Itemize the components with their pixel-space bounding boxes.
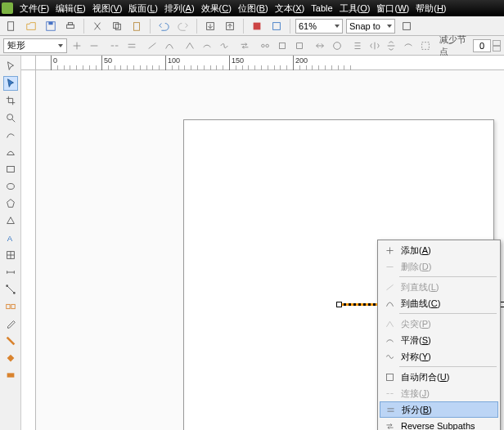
svg-rect-3 bbox=[67, 25, 74, 28]
rectangle-tool[interactable] bbox=[3, 162, 18, 177]
svg-point-24 bbox=[13, 292, 16, 294]
reverse-icon[interactable] bbox=[237, 38, 251, 54]
export-icon[interactable] bbox=[222, 18, 238, 34]
ruler-horizontal: 050100150200 bbox=[36, 56, 504, 70]
svg-rect-28 bbox=[386, 374, 393, 380]
ctx-label: 连接(J) bbox=[401, 387, 495, 400]
freehand-tool[interactable] bbox=[3, 128, 18, 142]
ctx-rev[interactable]: Reverse Subpaths bbox=[380, 418, 498, 430]
menu-文件[interactable]: 文件(F) bbox=[20, 2, 49, 15]
pick-tool[interactable] bbox=[3, 59, 18, 74]
menu-工具[interactable]: 工具(O) bbox=[340, 2, 371, 15]
redo-icon[interactable] bbox=[175, 18, 191, 34]
close-curve-icon[interactable] bbox=[292, 38, 306, 54]
ctx-curve[interactable]: 到曲线(C) bbox=[380, 295, 498, 311]
open-icon[interactable] bbox=[23, 18, 39, 34]
zoom-select[interactable]: 61% bbox=[295, 19, 343, 34]
crop-tool[interactable] bbox=[3, 93, 18, 108]
smart-fill-tool[interactable] bbox=[3, 145, 18, 159]
dimension-tool[interactable] bbox=[3, 265, 18, 280]
menu-文本[interactable]: 文本(X) bbox=[275, 2, 305, 15]
to-line-icon[interactable] bbox=[146, 38, 160, 54]
add-node-icon[interactable] bbox=[70, 38, 84, 54]
ctx-symm[interactable]: 对称(Y) bbox=[380, 348, 498, 365]
fill-tool[interactable] bbox=[3, 351, 18, 365]
line-icon bbox=[383, 280, 396, 293]
ctx-label: 到曲线(C) bbox=[401, 298, 495, 310]
paste-icon[interactable] bbox=[128, 18, 145, 34]
welcome-icon[interactable] bbox=[268, 18, 285, 34]
options-icon[interactable] bbox=[398, 18, 415, 34]
extend-icon[interactable] bbox=[258, 38, 272, 54]
menu-视图[interactable]: 视图(V) bbox=[92, 2, 123, 15]
rotate-icon[interactable] bbox=[330, 38, 344, 54]
standard-toolbar: 61% Snap to bbox=[0, 16, 504, 36]
copy-icon[interactable] bbox=[109, 18, 125, 34]
ctx-break[interactable]: 拆分(B) bbox=[380, 401, 498, 418]
menu-效果[interactable]: 效果(C) bbox=[201, 2, 232, 15]
import-icon[interactable] bbox=[202, 18, 218, 34]
smooth-icon[interactable] bbox=[200, 38, 214, 54]
chevron-down-icon bbox=[335, 25, 340, 28]
connector-tool[interactable] bbox=[3, 282, 18, 297]
svg-rect-26 bbox=[11, 304, 14, 308]
interactive-fill-tool[interactable] bbox=[3, 368, 18, 383]
svg-rect-27 bbox=[7, 373, 14, 377]
delete-node-icon[interactable] bbox=[88, 38, 101, 54]
text-tool[interactable]: A bbox=[3, 231, 18, 245]
reflect-v-icon[interactable] bbox=[385, 38, 398, 54]
ctx-minus: 删除(D) bbox=[380, 258, 498, 275]
ellipse-tool[interactable] bbox=[3, 179, 18, 194]
svg-point-16 bbox=[333, 42, 340, 49]
menu-位图[interactable]: 位图(B) bbox=[238, 2, 268, 15]
print-icon[interactable] bbox=[62, 18, 79, 34]
symm-icon bbox=[383, 350, 396, 363]
interactive-blend-tool[interactable] bbox=[3, 299, 18, 314]
ctx-close[interactable]: 自动闭合(U) bbox=[380, 369, 498, 385]
app-launcher-icon[interactable] bbox=[249, 18, 265, 34]
undo-icon[interactable] bbox=[155, 18, 172, 34]
symmetric-icon[interactable] bbox=[217, 38, 231, 54]
join-nodes-icon[interactable] bbox=[108, 38, 122, 54]
cut-icon[interactable] bbox=[89, 18, 106, 34]
reflect-h-icon[interactable] bbox=[367, 38, 381, 54]
close-icon bbox=[383, 370, 396, 383]
eyedropper-tool[interactable] bbox=[3, 316, 18, 331]
menu-编辑[interactable]: 编辑(E) bbox=[56, 2, 86, 15]
select-all-icon[interactable] bbox=[419, 38, 433, 54]
shape-tool[interactable] bbox=[3, 76, 18, 91]
menu-帮助[interactable]: 帮助(H) bbox=[416, 2, 446, 15]
zoom-tool[interactable] bbox=[3, 110, 18, 125]
shape-select[interactable]: 矩形 bbox=[3, 38, 67, 53]
outline-tool[interactable] bbox=[3, 334, 18, 348]
reduce-label: 减少节点 bbox=[439, 34, 470, 58]
ctx-plus[interactable]: 添加(A) bbox=[380, 242, 498, 258]
break-nodes-icon[interactable] bbox=[125, 38, 139, 54]
save-icon[interactable] bbox=[43, 18, 59, 34]
table-tool[interactable] bbox=[3, 248, 18, 262]
break-icon bbox=[384, 403, 397, 416]
menu-版面[interactable]: 版面(L) bbox=[128, 2, 157, 15]
new-icon[interactable] bbox=[3, 18, 20, 34]
reduce-spinner[interactable]: 0 bbox=[473, 39, 501, 52]
menu-排列[interactable]: 排列(A) bbox=[164, 2, 195, 15]
basic-shapes-tool[interactable] bbox=[3, 213, 18, 228]
cusp-icon[interactable] bbox=[183, 38, 197, 54]
extract-icon[interactable] bbox=[275, 38, 289, 54]
stretch-icon[interactable] bbox=[313, 38, 326, 54]
snap-select[interactable]: Snap to bbox=[346, 19, 395, 34]
elastic-icon[interactable] bbox=[402, 38, 416, 54]
svg-rect-11 bbox=[273, 22, 281, 29]
to-curve-icon[interactable] bbox=[163, 38, 177, 54]
polygon-tool[interactable] bbox=[3, 196, 18, 211]
svg-rect-7 bbox=[134, 22, 140, 30]
svg-rect-4 bbox=[68, 22, 72, 25]
menu-窗口[interactable]: 窗口(W) bbox=[376, 2, 409, 15]
svg-point-14 bbox=[266, 44, 269, 47]
ctx-label: 添加(A) bbox=[401, 244, 495, 257]
ctx-smooth[interactable]: 平滑(S) bbox=[380, 332, 498, 348]
svg-rect-12 bbox=[403, 22, 411, 29]
align-icon[interactable] bbox=[350, 38, 364, 54]
chevron-down-icon bbox=[58, 44, 63, 47]
menu-Table[interactable]: Table bbox=[311, 3, 332, 13]
